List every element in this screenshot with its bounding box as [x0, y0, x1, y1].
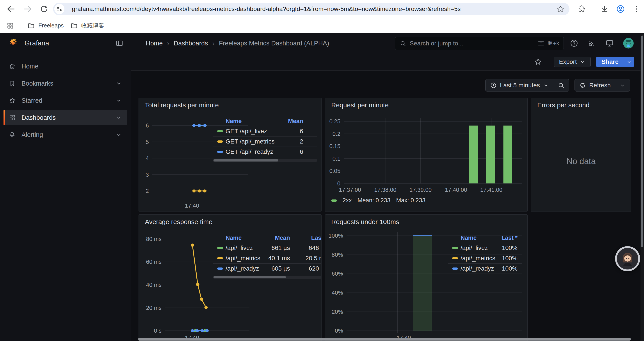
apps-icon: [9, 114, 16, 121]
chevron-down-icon[interactable]: [116, 131, 122, 138]
downloads-icon[interactable]: [600, 5, 609, 14]
zoom-out-icon: [558, 82, 565, 89]
site-settings-icon[interactable]: [54, 4, 64, 14]
legend-row[interactable]: /api/_livez100%: [448, 243, 522, 253]
sidebar-item-bookmarks[interactable]: Bookmarks: [4, 76, 127, 91]
address-bar[interactable]: grafana.mathmast.com/d/deytv4rwavabkb/fr…: [53, 3, 570, 15]
browser-reload-icon[interactable]: [40, 5, 49, 14]
zoom-out-button[interactable]: [553, 79, 569, 91]
legend-table: NameMeanGET /api/_livez6GET /api/_metric…: [213, 116, 317, 157]
sidebar-item-label: Starred: [22, 97, 42, 104]
floating-assistant-avatar[interactable]: [615, 246, 640, 271]
share-button[interactable]: Share: [596, 57, 624, 67]
browser-toolbar: grafana.mathmast.com/d/deytv4rwavabkb/fr…: [0, 0, 644, 18]
panel-title[interactable]: Errors per second: [537, 101, 590, 109]
breadcrumb-separator: ›: [167, 40, 169, 47]
svg-text:17:37:00: 17:37:00: [339, 187, 361, 193]
sidebar-item-home[interactable]: Home: [4, 59, 127, 74]
home-icon: [9, 63, 16, 70]
legend-row[interactable]: /api/_metrics40.1 ms20.5 ms: [213, 253, 322, 263]
legend-row[interactable]: GET /api/_readyz6: [213, 147, 317, 157]
svg-text:100%: 100%: [328, 232, 343, 239]
legend-swatch: [331, 199, 337, 202]
time-range-picker[interactable]: Last 5 minutes: [486, 79, 553, 91]
panel-requests-under-100ms[interactable]: Requests under 100ms 100%80%60%40%20%0%1…: [325, 214, 528, 341]
chevron-down-icon[interactable]: [116, 114, 122, 121]
bookmark-folder-blogs[interactable]: 收藏博客: [70, 22, 104, 30]
legend-scrollbar[interactable]: [213, 276, 322, 279]
clock-icon: [490, 82, 497, 89]
export-button[interactable]: Export: [554, 57, 590, 67]
panel-errors-per-second[interactable]: Errors per second No data: [531, 98, 631, 212]
legend-table: NameLast */api/_livez100%/api/_metrics10…: [448, 233, 522, 274]
subheader-divider: [548, 58, 548, 66]
scrollbar-thumb[interactable]: [641, 36, 643, 247]
legend-swatch: [217, 140, 223, 143]
sidebar-collapse-icon[interactable]: [116, 39, 124, 47]
chevron-down-icon[interactable]: [116, 80, 122, 87]
bookmark-icon: [9, 80, 16, 87]
panel-request-per-minute[interactable]: Request per minute 0.250.20.150.10.05017…: [325, 98, 528, 212]
legend-row[interactable]: /api/_livez661 µs646 µs: [213, 243, 322, 253]
monitor-icon[interactable]: [605, 39, 614, 48]
svg-text:40%: 40%: [332, 289, 343, 296]
sidebar-item-starred[interactable]: Starred: [4, 93, 127, 108]
chevron-down-icon[interactable]: [116, 97, 122, 104]
svg-text:0.05: 0.05: [329, 168, 340, 174]
profile-icon[interactable]: [616, 5, 625, 14]
sidebar-item-dashboards[interactable]: Dashboards: [4, 110, 127, 125]
page-header: Home › Dashboards › Freeleaps Metrics Da…: [131, 33, 644, 53]
url-text[interactable]: grafana.mathmast.com/d/deytv4rwavabkb/fr…: [72, 6, 553, 13]
legend-row[interactable]: /api/_readyz100%: [448, 263, 522, 274]
svg-text:0.15: 0.15: [329, 143, 340, 149]
legend-scrollbar-thumb[interactable]: [214, 159, 278, 162]
chart-legend[interactable]: 2xx Mean: 0.233 Max: 0.233: [331, 197, 426, 204]
extensions-icon[interactable]: [578, 5, 586, 13]
svg-text:80 ms: 80 ms: [146, 236, 162, 242]
legend-swatch: [217, 247, 223, 249]
refresh-interval-chevron[interactable]: [615, 79, 630, 91]
refresh-label: Refresh: [589, 82, 611, 89]
search-input[interactable]: Search or jump to... ⌘+k: [395, 37, 564, 50]
news-rss-icon[interactable]: [588, 39, 596, 47]
sidebar-item-label: Home: [22, 63, 38, 70]
share-menu-chevron-icon[interactable]: [624, 57, 634, 67]
page-vertical-scrollbar[interactable]: [640, 33, 644, 341]
page-horizontal-scrollbar[interactable]: [138, 338, 631, 340]
favorite-star-icon[interactable]: [534, 58, 542, 66]
folder-icon: [28, 22, 35, 30]
legend-scrollbar[interactable]: [213, 159, 317, 162]
grafana-logo[interactable]: [8, 38, 19, 49]
sidebar-item-label: Alerting: [22, 131, 43, 138]
panel-average-response-time[interactable]: Average response time 80 ms60 ms40 ms20 …: [138, 214, 322, 341]
svg-text:60%: 60%: [332, 270, 343, 277]
legend-row[interactable]: /api/_metrics100%: [448, 253, 522, 263]
browser-forward-icon[interactable]: [23, 4, 32, 14]
folder-icon: [70, 22, 78, 30]
browser-back-icon[interactable]: [6, 4, 16, 14]
breadcrumb-home[interactable]: Home: [146, 40, 163, 47]
refresh-button[interactable]: Refresh: [575, 79, 615, 91]
bookmark-folder-freeleaps[interactable]: Freeleaps: [28, 22, 64, 30]
legend-header-row: NameLast *: [448, 233, 522, 243]
bookmark-star-icon[interactable]: [556, 5, 565, 13]
chevron-down-icon: [543, 83, 549, 88]
browser-menu-icon[interactable]: [632, 5, 640, 13]
legend-row[interactable]: /api/_readyz605 µs620 µs: [213, 263, 322, 274]
share-split-button: Share: [596, 57, 634, 67]
panel-total-requests-per-minute[interactable]: Total requests per minute 6543217:40 Nam…: [138, 98, 322, 212]
legend-scrollbar-thumb[interactable]: [214, 276, 286, 278]
legend-row[interactable]: GET /api/_livez6: [213, 126, 317, 136]
svg-text:3: 3: [146, 171, 149, 178]
apps-grid-icon[interactable]: [6, 22, 14, 30]
breadcrumb-dashboards[interactable]: Dashboards: [174, 40, 208, 47]
sidebar: Grafana Home Bookmarks Starred Dashboard…: [0, 33, 131, 341]
help-icon[interactable]: [570, 39, 578, 48]
user-avatar[interactable]: [623, 38, 634, 49]
svg-text:40 ms: 40 ms: [146, 281, 162, 288]
dashboard-subheader: Export Share: [131, 53, 644, 71]
sidebar-item-alerting[interactable]: Alerting: [4, 127, 127, 142]
bookmark-folder-label: Freeleaps: [38, 22, 64, 29]
svg-text:0.1: 0.1: [332, 155, 340, 162]
legend-row[interactable]: GET /api/_metrics2: [213, 136, 317, 147]
